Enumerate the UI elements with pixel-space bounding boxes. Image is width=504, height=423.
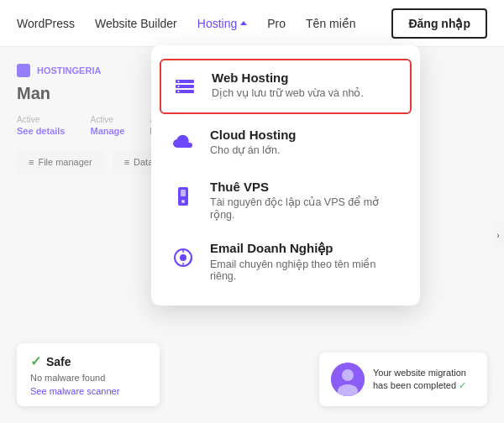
hosting-label: Hosting: [197, 17, 237, 30]
email-title: Email Doanh Nghiệp: [210, 241, 403, 256]
nav-item-website-builder[interactable]: Website Builder: [95, 17, 177, 30]
migration-check-icon: ✓: [459, 380, 466, 390]
hosting-dropdown: Web Hosting Dịch vụ lưu trữ web vừa và n…: [151, 45, 420, 306]
hosting-badge-icon: [17, 64, 30, 77]
malware-scanner-link[interactable]: See malware scanner: [30, 386, 146, 396]
nav-item-domain[interactable]: Tên miền: [306, 17, 356, 30]
login-button[interactable]: Đăng nhập: [391, 8, 487, 39]
email-text: Email Doanh Nghiệp Email chuyên nghiệp t…: [210, 241, 403, 282]
chevron-up-icon: [240, 21, 247, 25]
navbar: WordPress Website Builder Hosting Pro Tê…: [0, 0, 504, 47]
cloud-hosting-desc: Cho dự án lớn.: [210, 144, 296, 156]
sidebar-toggle[interactable]: ›: [492, 222, 504, 248]
safe-label: Safe: [46, 355, 71, 368]
dropdown-item-vps[interactable]: Thuê VPS Tài nguyên độc lập của VPS để m…: [151, 170, 420, 231]
email-desc: Email chuyên nghiệp theo tên miền riêng.: [210, 258, 403, 282]
web-hosting-title: Web Hosting: [212, 70, 364, 85]
cloud-hosting-title: Cloud Hosting: [210, 128, 296, 142]
nav-items: WordPress Website Builder Hosting Pro Tê…: [17, 17, 391, 30]
svg-point-6: [178, 81, 180, 82]
status-col-1: Active See details: [17, 115, 65, 136]
vps-text: Thuê VPS Tài nguyên độc lập của VPS để m…: [210, 180, 403, 221]
cloud-hosting-text: Cloud Hosting Cho dự án lớn.: [210, 128, 296, 156]
dropdown-item-web-hosting[interactable]: Web Hosting Dịch vụ lưu trữ web vừa và n…: [160, 59, 412, 114]
status-col-2: Active Manage: [90, 115, 124, 136]
badge-label: HOSTINGERIA: [37, 65, 101, 76]
web-hosting-text: Web Hosting Dịch vụ lưu trữ web vừa và n…: [212, 70, 364, 99]
svg-point-7: [178, 86, 180, 87]
safe-description: No malware found: [30, 373, 146, 383]
safe-title: ✓ Safe: [30, 353, 146, 369]
dropdown-item-cloud-hosting[interactable]: Cloud Hosting Cho dự án lớn.: [151, 118, 420, 170]
svg-point-11: [181, 200, 185, 203]
chevron-right-icon: ›: [496, 231, 499, 240]
migration-banner: Your website migration has been complete…: [319, 352, 487, 406]
databases-icon: ≡: [124, 157, 129, 167]
file-manager-btn[interactable]: ≡ File manager: [17, 149, 104, 174]
svg-rect-10: [181, 190, 186, 196]
avatar: [331, 363, 365, 396]
svg-point-13: [180, 254, 186, 261]
dropdown-item-email[interactable]: Email Doanh Nghiệp Email chuyên nghiệp t…: [151, 231, 420, 292]
svg-point-8: [178, 91, 180, 92]
vps-icon: [168, 181, 198, 212]
cloud-icon: [168, 129, 198, 159]
web-hosting-icon: [170, 72, 200, 102]
web-hosting-desc: Dịch vụ lưu trữ web vừa và nhỏ.: [212, 86, 364, 99]
check-icon: ✓: [30, 353, 41, 369]
migration-text: Your website migration has been complete…: [373, 367, 475, 393]
nav-item-pro[interactable]: Pro: [267, 17, 286, 30]
safe-banner: ✓ Safe No malware found See malware scan…: [17, 343, 160, 406]
svg-point-1: [342, 369, 354, 381]
file-manager-icon: ≡: [29, 157, 34, 167]
nav-item-wordpress[interactable]: WordPress: [17, 17, 75, 30]
nav-item-hosting[interactable]: Hosting: [197, 17, 247, 30]
vps-title: Thuê VPS: [210, 180, 403, 194]
vps-desc: Tài nguyên độc lập của VPS để mở rộng.: [210, 196, 403, 221]
email-icon: [168, 243, 198, 273]
